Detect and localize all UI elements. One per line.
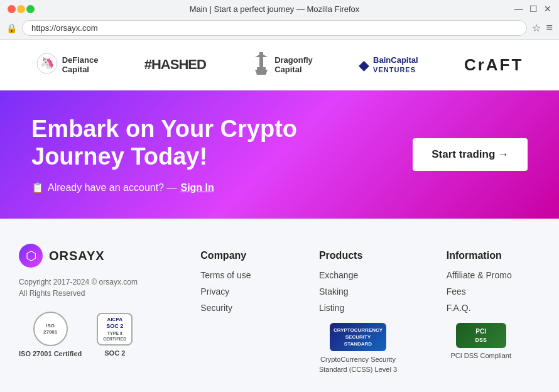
company-col-title: Company xyxy=(200,250,269,261)
title-bar: Main | Start a perfect journey — Mozilla… xyxy=(0,0,559,18)
sponsors-bar: 🦄 DeFianceCapital #HASHED DragonflyCapit… xyxy=(0,40,559,90)
footer: ⬡ ORSAYX Copyright 2017-2024 © orsayx.co… xyxy=(0,219,559,392)
footer-link-security[interactable]: Security xyxy=(200,303,269,313)
footer-columns: Company Terms of use Privacy Security Pr… xyxy=(176,244,540,374)
close-traffic-light[interactable] xyxy=(8,5,16,13)
browser-chrome: Main | Start a perfect journey — Mozilla… xyxy=(0,0,559,40)
iso-badge: ISO27001 ISO 27001 Certified xyxy=(19,312,82,357)
dragonfly-name: DragonflyCapital xyxy=(274,56,313,74)
sponsor-hashed: #HASHED xyxy=(144,57,206,72)
window-controls: — ☐ ✕ xyxy=(514,4,551,14)
soc2-label: SOC 2 xyxy=(104,349,125,357)
hero-signin-text: Already have an account? — xyxy=(48,182,176,193)
svg-marker-3 xyxy=(255,53,268,57)
footer-badges: ISO27001 ISO 27001 Certified AICPA SOC 2… xyxy=(19,312,163,357)
pci-logo: PCIDSS xyxy=(456,323,506,348)
soc2-badge: AICPA SOC 2 TYPE II CERTIFIED SOC 2 xyxy=(97,313,133,357)
minimize-traffic-light[interactable] xyxy=(17,5,25,13)
pci-label: PCI DSS Compliant xyxy=(450,352,511,359)
hero-left: Embark on Your Crypto Journey Today! 📋 A… xyxy=(31,116,329,193)
hero-banner: Embark on Your Crypto Journey Today! 📋 A… xyxy=(0,90,559,219)
url-input[interactable] xyxy=(22,20,527,36)
defiance-name: DeFianceCapital xyxy=(62,56,99,74)
iso-circle: ISO27001 xyxy=(33,312,68,346)
sponsor-dragonfly: DragonflyCapital xyxy=(252,52,313,78)
ccss-logo: CRYPTOCURRENCYSECURITYSTANDARD xyxy=(330,323,386,351)
footer-link-listing[interactable]: Listing xyxy=(319,303,397,313)
footer-logo: ⬡ ORSAYX xyxy=(19,244,163,268)
products-col-title: Products xyxy=(319,250,397,261)
hashed-name: #HASHED xyxy=(144,57,206,72)
footer-link-privacy[interactable]: Privacy xyxy=(200,286,269,297)
svg-marker-5 xyxy=(255,70,268,75)
minimize-button[interactable]: — xyxy=(514,4,523,14)
bain-icon: ◆ xyxy=(359,57,369,74)
footer-col-company: Company Terms of use Privacy Security xyxy=(200,250,269,374)
sponsor-bain: ◆ BainCapitalVENTURES xyxy=(359,56,418,74)
footer-copyright: Copyright 2017-2024 © orsayx.com All Rig… xyxy=(19,276,163,299)
hero-signin: 📋 Already have an account? — Sign In xyxy=(31,182,329,193)
start-trading-button[interactable]: Start trading → xyxy=(413,138,528,171)
ccss-badge: CRYPTOCURRENCYSECURITYSTANDARD CryptoCur… xyxy=(319,323,397,374)
footer-left: ⬡ ORSAYX Copyright 2017-2024 © orsayx.co… xyxy=(19,244,163,374)
pci-badge: PCIDSS PCI DSS Compliant xyxy=(447,323,516,359)
iso-label: ISO 27001 Certified xyxy=(19,350,82,357)
svg-rect-4 xyxy=(257,67,266,70)
close-button[interactable]: ✕ xyxy=(544,4,551,14)
footer-link-terms[interactable]: Terms of use xyxy=(200,270,269,280)
dragonfly-icon xyxy=(252,52,271,78)
bain-name: BainCapitalVENTURES xyxy=(373,56,418,74)
information-col-title: Information xyxy=(447,250,516,261)
soc2-box: AICPA SOC 2 TYPE II CERTIFIED xyxy=(97,313,133,346)
craft-name: CrAFT xyxy=(464,56,523,74)
footer-link-fees[interactable]: Fees xyxy=(447,286,516,297)
hero-title: Embark on Your Crypto Journey Today! xyxy=(31,116,329,170)
lock-icon: 🔒 xyxy=(6,23,17,33)
footer-link-affiliate[interactable]: Affiliate & Promo xyxy=(447,270,516,280)
browser-title: Main | Start a perfect journey — Mozilla… xyxy=(35,4,514,14)
bookmark-icon[interactable]: ☆ xyxy=(532,22,541,34)
footer-col-information: Information Affiliate & Promo Fees F.A.Q… xyxy=(447,250,516,374)
defiance-icon: 🦄 xyxy=(36,52,58,79)
footer-logo-name: ORSAYX xyxy=(49,249,105,263)
traffic-lights xyxy=(8,5,35,13)
signin-link[interactable]: Sign In xyxy=(180,182,214,193)
footer-link-faq[interactable]: F.A.Q. xyxy=(447,303,516,313)
sponsor-defiance: 🦄 DeFianceCapital xyxy=(36,52,99,79)
maximize-traffic-light[interactable] xyxy=(26,5,35,13)
address-bar: 🔒 ☆ ≡ xyxy=(0,18,559,40)
footer-link-exchange[interactable]: Exchange xyxy=(319,270,397,280)
svg-text:🦄: 🦄 xyxy=(40,56,55,70)
maximize-button[interactable]: ☐ xyxy=(529,4,538,14)
footer-link-staking[interactable]: Staking xyxy=(319,286,397,297)
ccss-label: CryptoCurrency Security Standard (CCSS) … xyxy=(319,355,397,374)
title-bar-left xyxy=(8,5,35,13)
footer-logo-icon: ⬡ xyxy=(19,244,43,268)
menu-icon[interactable]: ≡ xyxy=(546,21,553,35)
sponsor-craft: CrAFT xyxy=(464,56,523,74)
footer-col-products: Products Exchange Staking Listing CRYPTO… xyxy=(319,250,397,374)
hero-signin-icon: 📋 xyxy=(31,182,44,193)
